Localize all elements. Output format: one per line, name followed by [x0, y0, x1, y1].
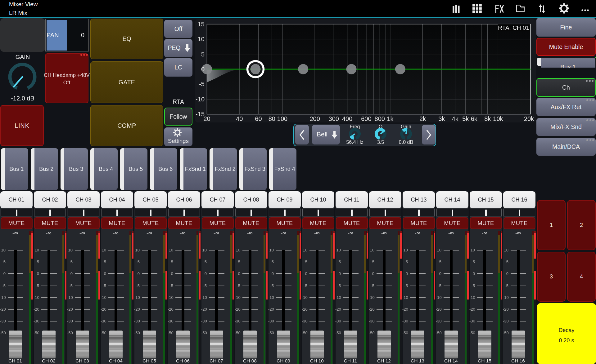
svg-text:800: 800: [375, 115, 385, 122]
svg-text:80: 80: [269, 115, 275, 122]
svg-text:-10: -10: [196, 96, 205, 103]
svg-text:3k: 3k: [438, 115, 445, 122]
svg-text:6k: 6k: [471, 115, 478, 122]
svg-text:0: 0: [201, 66, 205, 73]
svg-text:20k: 20k: [524, 115, 534, 122]
svg-text:-5: -5: [199, 81, 205, 87]
svg-text:600: 600: [361, 115, 371, 122]
svg-text:2k: 2k: [419, 115, 426, 122]
svg-text:10k: 10k: [493, 115, 503, 122]
svg-text:5: 5: [201, 51, 205, 58]
svg-text:40: 40: [236, 115, 243, 122]
svg-text:15: 15: [198, 21, 205, 28]
svg-text:RTA: CH 01: RTA: CH 01: [498, 24, 529, 31]
svg-text:10: 10: [198, 36, 205, 42]
svg-text:60: 60: [255, 115, 262, 122]
svg-text:1k: 1k: [387, 115, 394, 122]
svg-text:300: 300: [329, 115, 339, 122]
svg-text:8k: 8k: [484, 115, 491, 122]
svg-text:20: 20: [203, 115, 210, 122]
svg-text:4k: 4k: [452, 115, 459, 122]
svg-text:400: 400: [342, 115, 352, 122]
svg-text:5k: 5k: [462, 115, 469, 122]
svg-text:100: 100: [277, 115, 287, 122]
svg-text:200: 200: [309, 115, 320, 122]
